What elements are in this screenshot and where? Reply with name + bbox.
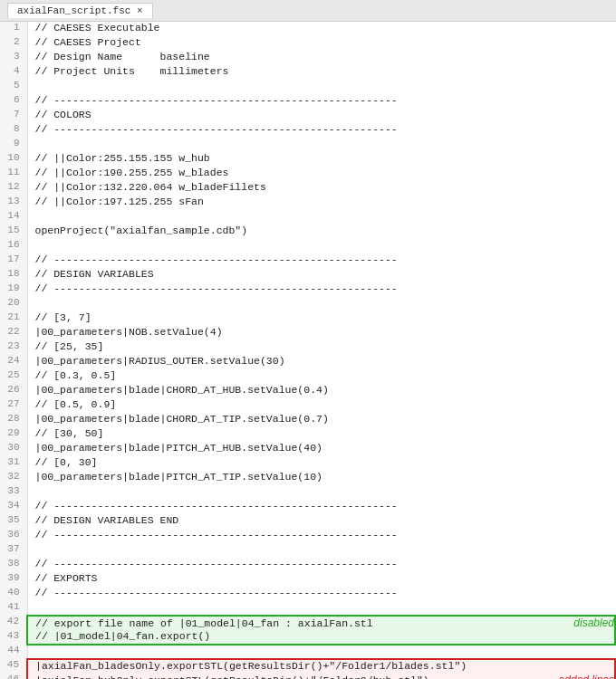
line-code: // -------------------------------------… [27,282,615,297]
code-text: // [25, 35] [35,340,104,352]
line-number: 38 [0,558,27,572]
table-row: 4// Project Units millimeters [0,65,615,80]
line-code: // CAESES Executable [27,22,615,36]
line-number: 23 [0,340,27,355]
line-number: 45 [0,659,27,674]
table-row: 10// ||Color:255.155.155 w_hub [0,152,615,167]
table-row: 33 [0,485,615,500]
table-row: 46|axialFan_hubOnly.exportSTL(getResults… [0,674,615,679]
table-row: 6// ------------------------------------… [0,94,615,109]
line-number: 31 [0,456,27,471]
code-text: |axialFan_hubOnly.exportSTL(getResultsDi… [35,674,552,680]
line-number: 35 [0,514,27,529]
code-text: // -------------------------------------… [35,529,398,540]
table-row: 19// -----------------------------------… [0,282,615,297]
line-number: 29 [0,427,27,442]
line-number: 46 [0,674,27,679]
code-text: |axialFan_bladesOnly.exportSTL(getResult… [35,660,467,672]
line-code: // ||Color:197.125.255 sFan [27,196,615,210]
disabled-label: disabled [566,617,614,629]
line-code: // [0, 30] [27,456,615,471]
line-code: // [25, 35] [27,340,615,355]
code-text: |00_parameters|blade|PITCH_AT_TIP.setVal… [35,471,322,483]
code-text: |00_parameters|NOB.setValue(4) [35,326,223,338]
code-text: // CAESES Project [35,36,141,48]
line-code: // Project Units millimeters [27,65,615,80]
table-row: 23// [25, 35] [0,340,615,355]
line-code: |00_parameters|RADIUS_OUTER.setValue(30) [27,355,615,369]
line-code: // [0.5, 0.9] [27,398,615,413]
code-text: // [0.3, 0.5] [35,369,117,381]
line-number: 18 [0,268,27,282]
table-row: 41 [0,601,615,616]
line-number: 15 [0,225,27,239]
line-number: 20 [0,297,27,311]
table-row: 30|00_parameters|blade|PITCH_AT_HUB.setV… [0,442,615,456]
code-text: // CAESES Executable [35,22,160,33]
line-code: // -------------------------------------… [27,500,615,514]
line-number: 3 [0,51,27,65]
line-number: 11 [0,167,27,181]
line-code: |axialFan_bladesOnly.exportSTL(getResult… [27,659,615,674]
line-code [27,80,615,94]
line-number: 32 [0,471,27,485]
line-number: 26 [0,384,27,398]
main-window: axialFan_script.fsc × 1// CAESES Executa… [0,0,616,679]
line-code [27,138,615,152]
line-code: // ||Color:190.255.255 w_blades [27,167,615,181]
table-row: 22|00_parameters|NOB.setValue(4) [0,326,615,340]
code-text: // ||Color:197.125.255 sFan [35,196,204,207]
line-number: 44 [0,645,27,659]
line-code [27,645,615,659]
line-code: |00_parameters|blade|PITCH_AT_TIP.setVal… [27,471,615,485]
table-row: 3// Design Name baseline [0,51,615,65]
code-editor[interactable]: 1// CAESES Executable2// CAESES Project3… [0,22,616,679]
line-number: 37 [0,543,27,558]
table-row: 2// CAESES Project [0,36,615,51]
table-row: 25// [0.3, 0.5] [0,369,615,384]
code-text: |00_parameters|blade|CHORD_AT_HUB.setVal… [35,384,329,396]
table-row: 40// -----------------------------------… [0,587,615,601]
code-text: openProject("axialfan_sample.cdb") [35,225,248,236]
code-text: // [3, 7] [35,311,91,323]
table-row: 21// [3, 7] [0,311,615,326]
table-row: 14 [0,210,615,225]
table-row: 43// |01_model|04_fan.export() [0,630,615,645]
line-number: 5 [0,80,27,94]
line-code: // -------------------------------------… [27,587,615,601]
line-number: 42 [0,616,27,630]
table-row: 35// DESIGN VARIABLES END [0,514,615,529]
table-row: 36// -----------------------------------… [0,529,615,543]
table-row: 44 [0,645,615,659]
line-number: 40 [0,587,27,601]
line-number: 33 [0,485,27,500]
code-text: // -------------------------------------… [35,253,398,265]
code-table: 1// CAESES Executable2// CAESES Project3… [0,22,616,679]
code-text: // [0, 30] [35,456,98,468]
line-code: // -------------------------------------… [27,123,615,138]
file-tab[interactable]: axialFan_script.fsc × [7,3,153,18]
line-code: // [3, 7] [27,311,615,326]
table-row: 18// DESIGN VARIABLES [0,268,615,282]
line-code [27,485,615,500]
line-code: // DESIGN VARIABLES [27,268,615,282]
line-number: 36 [0,529,27,543]
line-code: // EXPORTS [27,572,615,587]
code-text: // -------------------------------------… [35,587,398,598]
code-text: // Design Name baseline [35,51,210,62]
code-text: // -------------------------------------… [35,282,398,294]
line-number: 17 [0,253,27,268]
line-number: 19 [0,282,27,297]
table-row: 29// [30, 50] [0,427,615,442]
table-row: 34// -----------------------------------… [0,500,615,514]
line-number: 39 [0,572,27,587]
title-bar: axialFan_script.fsc × [0,0,616,22]
line-code [27,297,615,311]
line-code [27,239,615,253]
line-number: 25 [0,369,27,384]
table-row: 27// [0.5, 0.9] [0,398,615,413]
line-code: |00_parameters|blade|CHORD_AT_HUB.setVal… [27,384,615,398]
line-number: 22 [0,326,27,340]
line-number: 27 [0,398,27,413]
code-text: // ||Color:132.220.064 w_bladeFillets [35,181,266,193]
